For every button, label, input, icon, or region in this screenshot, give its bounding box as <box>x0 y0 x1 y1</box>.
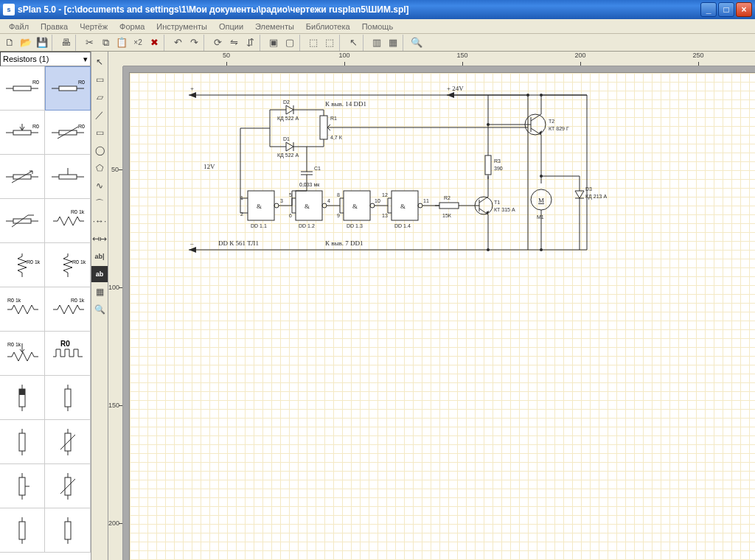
symbol-resistor-us-hl[interactable]: R0 1k <box>0 287 45 332</box>
save-file-icon[interactable]: 💾 <box>34 35 50 51</box>
symbol-resistor-vert-box[interactable] <box>0 376 45 420</box>
bezier-tool-icon[interactable]: ∿ <box>91 178 108 194</box>
curve-tool-icon[interactable]: ⌒ <box>91 195 108 211</box>
print-icon[interactable]: 🖶 <box>58 35 74 51</box>
search-icon[interactable]: 🔍 <box>408 35 425 51</box>
svg-text:13: 13 <box>382 213 388 218</box>
symbol-resistor-us[interactable]: R0 1k <box>45 199 91 243</box>
symbol-resistor-eu[interactable]: R0 <box>0 66 45 111</box>
ungroup-icon[interactable]: ⬚ <box>321 35 338 51</box>
symbol-resistor-vert-trim[interactable] <box>0 464 45 508</box>
menu-library[interactable]: Библиотека <box>300 21 356 32</box>
maximize-button[interactable]: □ <box>718 2 734 17</box>
svg-text:R0
1k: R0 1k <box>72 259 86 265</box>
bitmap-tool-icon[interactable]: ▦ <box>91 284 108 300</box>
svg-text:+ 24V: + 24V <box>447 85 464 92</box>
delete-icon[interactable]: ✖ <box>146 35 162 51</box>
line-tool-icon[interactable]: ／ <box>91 107 108 123</box>
frame-tool-icon[interactable]: ▱ <box>91 89 108 105</box>
undo-icon[interactable]: ↶ <box>170 35 186 51</box>
dimension-tool-icon[interactable]: ↤↦ <box>91 231 108 247</box>
cut-icon[interactable]: ✂ <box>81 35 97 51</box>
svg-text:R1: R1 <box>330 116 337 121</box>
symbol-pulse[interactable]: R0 <box>45 332 91 376</box>
component-tool-icon[interactable]: ▭ <box>91 71 108 88</box>
symbol-resistor-vert-trim2[interactable] <box>45 464 91 508</box>
open-file-icon[interactable]: 📂 <box>18 35 34 51</box>
palette-category-select[interactable]: Resistors (1) ▾ <box>0 52 91 66</box>
gate-dd11: & 1 2 3 DD 1.1 <box>240 191 292 228</box>
rotate-icon[interactable]: ⟳ <box>209 35 226 51</box>
svg-text:R3: R3 <box>494 158 501 164</box>
menu-help[interactable]: Помощь <box>356 21 400 32</box>
symbol-potentiometer[interactable]: R0 <box>0 111 45 155</box>
circle-tool-icon[interactable]: ◯ <box>91 142 108 158</box>
svg-text:12V: 12V <box>203 163 215 170</box>
polygon-tool-icon[interactable]: ⬠ <box>91 160 108 176</box>
svg-rect-0 <box>13 86 31 91</box>
menu-drawing[interactable]: Чертёж <box>74 21 114 32</box>
symbol-resistor-us-vert[interactable]: R0 1k <box>0 243 45 287</box>
menu-edit[interactable]: Правка <box>35 21 74 32</box>
svg-rect-4 <box>59 86 77 91</box>
menu-elements[interactable]: Элементы <box>249 21 300 32</box>
symbol-variable-res[interactable]: R0 <box>45 111 91 155</box>
back-icon[interactable]: ▢ <box>282 35 298 51</box>
component-icon[interactable]: ▦ <box>385 35 401 51</box>
svg-text:&: & <box>352 203 358 210</box>
zoom-tool-icon[interactable]: 🔍 <box>91 301 108 318</box>
node-tool-icon[interactable]: ·↔· <box>91 213 108 229</box>
symbol-resistor-eu-alt[interactable]: R0 <box>45 66 91 111</box>
svg-line-182 <box>531 128 541 135</box>
symbol-thermistor[interactable] <box>0 199 45 243</box>
svg-marker-73 <box>447 92 454 98</box>
menu-file[interactable]: Файл <box>3 21 35 32</box>
ic-icon[interactable]: ▥ <box>369 35 385 51</box>
duplicate-icon[interactable]: ×2 <box>130 35 146 51</box>
svg-text:6: 6 <box>289 213 292 218</box>
new-file-icon[interactable]: 🗋 <box>1 35 18 51</box>
canvas-scroll[interactable]: + К выв. 14 DD1 + 24V 12V <box>123 66 755 560</box>
front-icon[interactable]: ▣ <box>265 35 282 51</box>
drawing-sheet[interactable]: + К выв. 14 DD1 + 24V 12V <box>129 72 755 560</box>
menu-form[interactable]: Форма <box>114 21 150 32</box>
svg-text:R0
1k: R0 1k <box>27 259 41 265</box>
svg-text:D3: D3 <box>585 186 592 192</box>
svg-point-211 <box>540 248 543 251</box>
svg-marker-196 <box>575 191 584 198</box>
group-icon[interactable]: ⬚ <box>305 35 321 51</box>
select-tool-icon[interactable]: ↖ <box>91 54 108 70</box>
menu-tools[interactable]: Инструменты <box>150 21 213 32</box>
symbol-resistor-vert-box2[interactable] <box>45 376 91 420</box>
minimize-button[interactable]: _ <box>700 2 717 17</box>
flip-v-icon[interactable]: ⇵ <box>242 35 258 51</box>
copy-icon[interactable]: ⧉ <box>97 35 114 51</box>
text-tool-icon[interactable]: ab| <box>91 248 108 265</box>
svg-text:3: 3 <box>280 198 283 203</box>
menu-options[interactable]: Опции <box>213 21 249 32</box>
svg-rect-87 <box>320 116 327 139</box>
symbol-trimmer[interactable] <box>45 155 91 199</box>
rect-tool-icon[interactable]: ▭ <box>91 125 108 141</box>
symbol-pot-us[interactable]: R0 1k <box>0 332 45 376</box>
svg-text:К выв. 14 DD1: К выв. 14 DD1 <box>325 100 366 108</box>
symbol-resistor-vert-plain[interactable] <box>0 508 45 553</box>
text-frame-icon[interactable]: ab <box>91 266 108 282</box>
svg-point-202 <box>540 175 543 178</box>
gate-dd14: & 12 13 11 DD 1.4 <box>382 191 439 228</box>
symbol-resistor-vert-plain2[interactable] <box>45 508 91 553</box>
close-button[interactable]: × <box>736 2 752 17</box>
flip-h-icon[interactable]: ⇋ <box>226 35 242 51</box>
svg-text:–: – <box>189 239 194 247</box>
redo-icon[interactable]: ↷ <box>186 35 202 51</box>
pointer-icon[interactable]: ↖ <box>345 35 361 51</box>
svg-text:КД 213 А: КД 213 А <box>585 194 607 200</box>
symbol-resistor-vert-var[interactable] <box>45 420 91 464</box>
svg-text:DD 1.3: DD 1.3 <box>347 223 363 228</box>
symbol-resistor-us-hr[interactable]: R0 1k <box>45 287 91 332</box>
symbol-resistor-us-vert2[interactable]: R0 1k <box>45 243 91 287</box>
svg-point-112 <box>274 203 279 208</box>
symbol-resistor-vert-box3[interactable] <box>0 420 45 464</box>
symbol-variable-res2[interactable] <box>0 155 45 199</box>
paste-icon[interactable]: 📋 <box>114 35 130 51</box>
